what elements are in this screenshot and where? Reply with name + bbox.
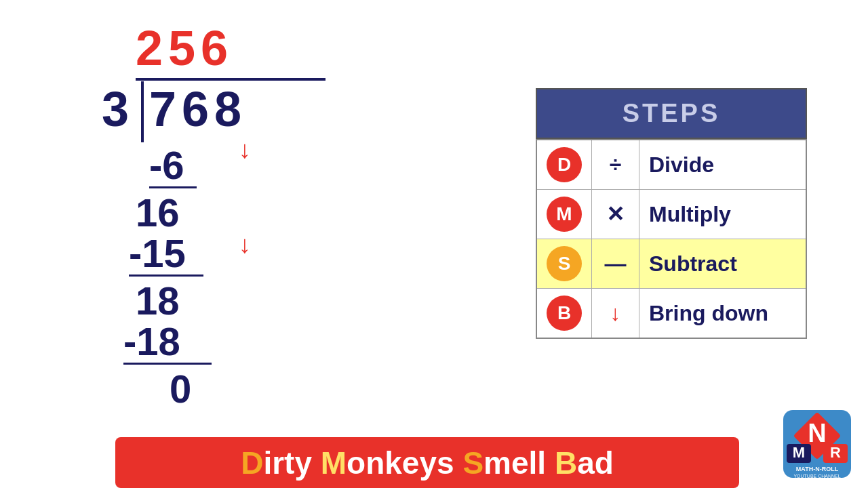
label-subtract: Subtract bbox=[639, 239, 807, 289]
table-row-divide: D ÷ Divide bbox=[536, 140, 806, 190]
circle-d: D bbox=[547, 147, 582, 182]
remainder-16: 16 bbox=[136, 190, 180, 235]
subtract-15: -15 bbox=[129, 230, 186, 276]
banner-text: Dirty Monkeys Smell Bad bbox=[241, 445, 614, 481]
quotient-line bbox=[136, 78, 326, 81]
symbol-divide: ÷ bbox=[592, 140, 639, 190]
symbol-multiply: ✕ bbox=[592, 190, 639, 239]
final-remainder: 0 bbox=[170, 366, 191, 411]
remainder-18: 18 bbox=[136, 278, 180, 323]
line-2 bbox=[129, 274, 203, 277]
circle-b: B bbox=[547, 296, 582, 331]
steps-table: D ÷ Divide M ✕ Multiply S — Subtract bbox=[536, 139, 807, 339]
division-area: 256 3 768 -6 ↓ 16 -15 ↓ 18 -18 0 bbox=[81, 14, 420, 447]
banner-ad: ad bbox=[577, 445, 614, 481]
line-1 bbox=[149, 186, 197, 188]
label-divide: Divide bbox=[639, 140, 807, 190]
arrow-2: ↓ bbox=[239, 230, 251, 259]
divisor: 3 bbox=[102, 81, 129, 137]
symbol-bringdown: ↓ bbox=[592, 289, 639, 339]
quotient: 256 bbox=[136, 20, 233, 76]
subtract-18: -18 bbox=[123, 319, 180, 364]
circle-m: M bbox=[547, 197, 582, 232]
banner-mell: mell bbox=[484, 445, 555, 481]
bottom-banner: Dirty Monkeys Smell Bad bbox=[115, 437, 739, 488]
banner-d: D bbox=[241, 445, 263, 481]
banner-b: B bbox=[555, 445, 577, 481]
logo-svg: N M R MATH-N-ROLL YOUTUBE CHANNEL bbox=[780, 407, 854, 481]
dividend: 768 bbox=[149, 81, 247, 137]
label-bringdown: Bring down bbox=[639, 289, 807, 339]
banner-s: S bbox=[462, 445, 484, 481]
svg-text:YOUTUBE CHANNEL: YOUTUBE CHANNEL bbox=[793, 474, 840, 479]
svg-text:N: N bbox=[808, 419, 826, 447]
table-row-multiply: M ✕ Multiply bbox=[536, 190, 806, 239]
label-multiply: Multiply bbox=[639, 190, 807, 239]
svg-text:R: R bbox=[830, 444, 841, 461]
symbol-subtract: — bbox=[592, 239, 639, 289]
arrow-1: ↓ bbox=[239, 136, 251, 164]
steps-container: STEPS D ÷ Divide M ✕ Multiply S — bbox=[536, 88, 807, 339]
subtract-6: -6 bbox=[149, 142, 184, 188]
circle-s: S bbox=[547, 246, 582, 281]
banner-onkeys: onkeys bbox=[347, 445, 462, 481]
svg-text:M: M bbox=[793, 444, 805, 461]
banner-irty: irty bbox=[263, 445, 320, 481]
steps-header: STEPS bbox=[536, 88, 807, 139]
banner-m: M bbox=[321, 445, 347, 481]
bracket-vertical bbox=[141, 81, 144, 142]
table-row-bringdown: B ↓ Bring down bbox=[536, 289, 806, 339]
logo-container: N M R MATH-N-ROLL YOUTUBE CHANNEL bbox=[780, 407, 854, 481]
table-row-subtract: S — Subtract bbox=[536, 239, 806, 289]
svg-text:MATH-N-ROLL: MATH-N-ROLL bbox=[796, 466, 839, 472]
line-3 bbox=[123, 363, 212, 365]
